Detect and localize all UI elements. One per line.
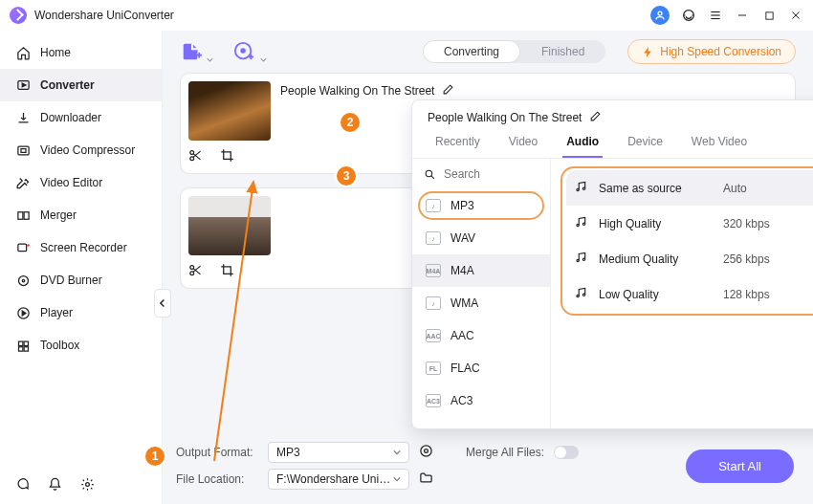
- disc-icon: [15, 273, 31, 288]
- step-badge-3: 3: [337, 166, 356, 186]
- start-all-button[interactable]: Start All: [686, 449, 794, 483]
- maximize-icon[interactable]: [761, 8, 777, 23]
- tab-audio[interactable]: Audio: [562, 135, 603, 158]
- rename-icon[interactable]: [442, 83, 454, 99]
- sidebar-item-recorder[interactable]: Screen Recorder: [0, 231, 162, 264]
- close-icon[interactable]: [788, 8, 803, 23]
- file-location-value: F:\Wondershare UniConverter: [276, 472, 391, 486]
- svg-point-42: [577, 224, 579, 226]
- crop-icon[interactable]: [220, 263, 234, 280]
- format-wav[interactable]: ♪WAV: [412, 222, 550, 254]
- sidebar-item-label: Merger: [40, 208, 77, 222]
- merge-toggle[interactable]: [554, 446, 579, 459]
- player-icon: [15, 305, 31, 320]
- sidebar-item-home[interactable]: Home: [0, 36, 162, 69]
- tab-web-video[interactable]: Web Video: [688, 135, 751, 158]
- open-folder-icon[interactable]: [419, 471, 433, 488]
- status-segmented: Converting Finished: [423, 40, 605, 63]
- editor-icon: [15, 175, 31, 190]
- high-speed-label: High Speed Conversion: [660, 45, 781, 58]
- home-icon: [15, 45, 31, 60]
- sidebar-item-label: Video Editor: [40, 176, 102, 189]
- quality-same-as-source[interactable]: Same as source Auto: [566, 170, 813, 206]
- format-flac[interactable]: FLFLAC: [412, 352, 550, 384]
- tab-recently[interactable]: Recently: [431, 135, 484, 158]
- quality-high[interactable]: High Quality 320 kbps: [566, 206, 813, 241]
- format-search[interactable]: [412, 159, 550, 189]
- file-location-select[interactable]: F:\Wondershare UniConverter: [268, 469, 409, 490]
- collapse-toggle[interactable]: [154, 289, 171, 318]
- thumbnail[interactable]: [188, 81, 271, 141]
- sidebar-item-label: Toolbox: [40, 339, 79, 352]
- audio-file-icon: ♪: [426, 296, 441, 310]
- minimize-icon[interactable]: [735, 8, 750, 23]
- add-file-button[interactable]: [180, 41, 207, 62]
- svg-point-17: [18, 275, 28, 285]
- audio-file-icon: AAC: [426, 329, 441, 342]
- format-m4a[interactable]: M4AM4A: [412, 254, 550, 287]
- sidebar-item-label: Screen Recorder: [40, 241, 127, 254]
- toolbar: Converting Finished High Speed Conversio…: [163, 31, 813, 73]
- output-format-select[interactable]: MP3: [268, 442, 409, 463]
- audio-icon: [574, 180, 589, 196]
- output-settings-icon[interactable]: [419, 444, 433, 461]
- compress-icon: [15, 142, 31, 158]
- tab-video[interactable]: Video: [505, 135, 541, 158]
- svg-point-29: [241, 49, 245, 53]
- step-badge-1: 1: [145, 447, 165, 466]
- svg-point-41: [582, 187, 584, 189]
- search-input[interactable]: [442, 166, 528, 182]
- add-dvd-button[interactable]: [233, 41, 260, 62]
- crop-icon[interactable]: [220, 148, 234, 165]
- title-bar: Wondershare UniConverter: [0, 0, 813, 31]
- sidebar-item-label: Downloader: [40, 111, 101, 124]
- sidebar-item-converter[interactable]: Converter: [0, 69, 162, 101]
- menu-icon[interactable]: [708, 8, 723, 23]
- sidebar-item-downloader[interactable]: Downloader: [0, 101, 162, 134]
- svg-point-38: [426, 170, 432, 177]
- support-icon[interactable]: [681, 8, 696, 23]
- svg-rect-13: [17, 211, 22, 219]
- feedback-icon[interactable]: [15, 477, 31, 493]
- svg-marker-10: [22, 83, 26, 87]
- recorder-icon: [15, 240, 31, 255]
- sidebar-item-merger[interactable]: Merger: [0, 199, 162, 231]
- svg-point-47: [582, 294, 584, 296]
- rename-icon[interactable]: [589, 110, 602, 125]
- svg-point-37: [421, 446, 431, 456]
- download-icon: [15, 110, 31, 125]
- tab-finished[interactable]: Finished: [520, 40, 605, 63]
- svg-line-39: [431, 176, 434, 179]
- high-speed-button[interactable]: High Speed Conversion: [627, 39, 796, 64]
- account-icon[interactable]: [650, 6, 670, 25]
- quality-medium[interactable]: Medium Quality 256 kbps: [566, 241, 813, 276]
- trim-icon[interactable]: [188, 148, 203, 165]
- sidebar-item-dvd[interactable]: DVD Burner: [0, 264, 162, 296]
- notification-icon[interactable]: [48, 477, 63, 493]
- quality-list: Same as source Auto High Quality 320 kbp…: [551, 159, 813, 428]
- sidebar-item-player[interactable]: Player: [0, 296, 162, 329]
- format-list: ♪MP3 ♪WAV M4AM4A ♪WMA AACAAC FLFLAC AC3A…: [412, 159, 551, 428]
- svg-point-16: [27, 244, 30, 247]
- format-mp3[interactable]: ♪MP3: [412, 189, 550, 222]
- step-badge-2: 2: [341, 113, 360, 132]
- quality-low[interactable]: Low Quality 128 kbps: [566, 276, 813, 312]
- sidebar-item-editor[interactable]: Video Editor: [0, 166, 162, 199]
- trim-icon[interactable]: [188, 263, 203, 280]
- format-wma[interactable]: ♪WMA: [412, 287, 550, 319]
- svg-rect-23: [18, 346, 22, 350]
- audio-icon: [574, 251, 589, 267]
- settings-icon[interactable]: [80, 477, 96, 493]
- format-ac3[interactable]: AC3AC3: [412, 384, 550, 417]
- sidebar-item-toolbox[interactable]: Toolbox: [0, 329, 162, 362]
- sidebar-item-label: Video Compressor: [40, 143, 135, 157]
- merge-label: Merge All Files:: [466, 446, 544, 459]
- svg-point-18: [22, 279, 25, 282]
- tab-converting[interactable]: Converting: [423, 40, 520, 63]
- thumbnail[interactable]: [188, 196, 271, 255]
- app-logo: [10, 7, 27, 24]
- svg-rect-12: [21, 148, 26, 152]
- sidebar-item-compressor[interactable]: Video Compressor: [0, 134, 162, 166]
- tab-device[interactable]: Device: [624, 135, 667, 158]
- format-aac[interactable]: AACAAC: [412, 319, 550, 352]
